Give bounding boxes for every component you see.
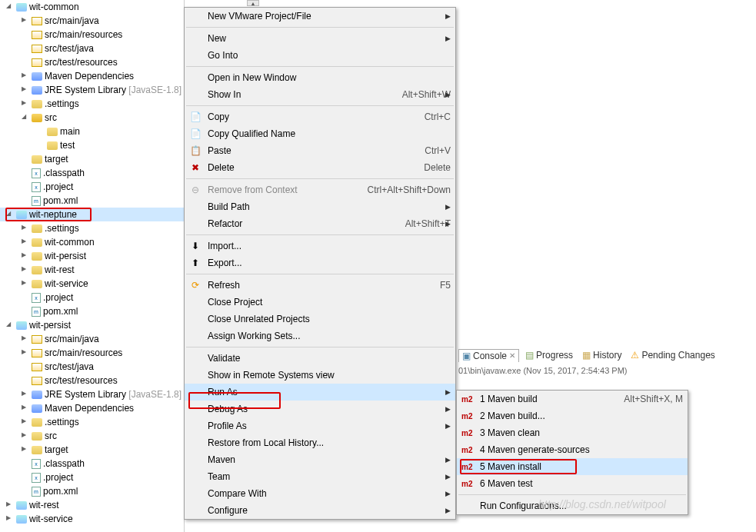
menu-export[interactable]: ⬆Export... [185,254,455,271]
tree-item[interactable]: wit-common [0,235,184,249]
folder-icon [32,418,42,427]
menu-restore-history[interactable]: Restore from Local History... [185,434,455,451]
submenu-run-configurations[interactable]: Run Configurations... [457,497,688,514]
import-icon: ⬇ [189,240,201,252]
submenu-arrow-icon: ▶ [445,456,451,464]
separator [186,234,454,235]
separator [186,178,454,179]
menu-configure[interactable]: Configure▶ [185,502,455,519]
menu-show-in[interactable]: Show InAlt+Shift+W▶ [185,86,455,103]
folder-icon [32,100,42,108]
menu-validate[interactable]: Validate [185,350,455,367]
tree-item[interactable]: wit-rest [0,263,184,277]
tree-item[interactable]: .settings [0,415,184,429]
submenu-maven-build[interactable]: m21 Maven buildAlt+Shift+X, M [457,391,688,407]
tree-item[interactable]: x.project [0,180,184,194]
tree-item[interactable]: target [0,443,184,457]
menu-copy-qualified[interactable]: 📄Copy Qualified Name [185,125,455,142]
run-as-submenu[interactable]: m21 Maven buildAlt+Shift+X, M m22 Maven … [456,390,688,515]
tree-item[interactable]: src/main/resources [0,346,184,360]
file-icon: x [32,293,41,303]
tree-item[interactable]: x.project [0,470,184,484]
menu-assign-working-sets[interactable]: Assign Working Sets... [185,328,455,344]
menu-build-path[interactable]: Build Path▶ [185,198,455,215]
menu-team[interactable]: Team▶ [185,468,455,485]
tab-console[interactable]: ▣Console✕ [458,349,519,362]
menu-refactor[interactable]: RefactorAlt+Shift+T▶ [185,215,455,232]
menu-close-project[interactable]: Close Project [185,294,455,311]
menu-delete[interactable]: ✖DeleteDelete [185,159,455,176]
library-icon [32,404,42,413]
tree-item[interactable]: x.project [0,291,184,304]
tree-item[interactable]: JRE System Library [JavaSE-1.8] [0,83,184,97]
tree-item[interactable]: wit-service [0,277,184,291]
tree-item[interactable]: src [0,429,184,443]
tree-item[interactable]: main [0,125,184,138]
project-explorer-tree[interactable]: wit-common src/main/java src/main/resour… [0,0,185,532]
tree-item[interactable]: mpom.xml [0,194,184,208]
tree-item[interactable]: Maven Dependencies [0,401,184,415]
tree-item[interactable]: target [0,152,184,166]
menu-refresh[interactable]: ⟳RefreshF5 [185,277,455,294]
tree-item[interactable]: src/test/java [0,360,184,374]
submenu-arrow-icon: ▶ [445,220,451,228]
context-menu[interactable]: New VMware Project/File▶ New▶ Go Into Op… [184,7,456,520]
menu-compare-with[interactable]: Compare With▶ [185,485,455,502]
separator [186,347,454,347]
submenu-maven-clean[interactable]: m23 Maven clean [457,424,688,441]
tree-item[interactable]: Maven Dependencies [0,69,184,83]
tree-item[interactable]: test [0,138,184,152]
submenu-maven-test[interactable]: m26 Maven test [457,475,688,492]
tree-item-wit-rest[interactable]: wit-rest [0,498,184,512]
submenu-maven-build-dots[interactable]: m22 Maven build... [457,407,688,424]
tree-item[interactable]: x.classpath [0,457,184,470]
menu-remove-context: ⊖Remove from ContextCtrl+Alt+Shift+Down [185,181,455,198]
menu-show-remote[interactable]: Show in Remote Systems view [185,367,455,384]
tree-item[interactable]: src/test/resources [0,55,184,69]
submenu-maven-install[interactable]: m25 Maven install [457,458,688,475]
tree-item[interactable]: src/test/java [0,42,184,55]
tree-item[interactable]: JRE System Library [JavaSE-1.8] [0,387,184,401]
tree-item[interactable]: mpom.xml [0,484,184,498]
tree-item[interactable]: x.classpath [0,166,184,180]
tree-item[interactable]: .settings [0,97,184,111]
close-icon[interactable]: ✕ [509,351,515,360]
tree-item-wit-service[interactable]: wit-service [0,512,184,526]
menu-open-new-window[interactable]: Open in New Window [185,69,455,86]
tree-item[interactable]: src/main/java [0,332,184,346]
folder-icon [32,266,42,274]
folder-icon [32,252,42,261]
menu-import[interactable]: ⬇Import... [185,238,455,254]
submenu-arrow-icon: ▶ [445,388,451,396]
submenu-maven-generate-sources[interactable]: m24 Maven generate-sources [457,441,688,458]
tree-item[interactable]: src [0,111,184,125]
menu-paste[interactable]: 📋PasteCtrl+V [185,142,455,159]
tree-item[interactable]: mpom.xml [0,304,184,318]
tree-item[interactable]: .settings [0,221,184,235]
tree-item-wit-neptune[interactable]: wit-neptune [0,208,184,221]
tree-item[interactable]: wit-persist [0,249,184,263]
separator [186,66,454,67]
tree-item[interactable]: src/test/resources [0,374,184,387]
tree-item[interactable]: src/main/java [0,14,184,28]
folder-icon [32,446,42,454]
separator [186,274,454,274]
menu-profile-as[interactable]: Profile As▶ [185,417,455,434]
tab-progress[interactable]: ▤Progress [522,349,576,361]
tree-item-wit-common[interactable]: wit-common [0,0,184,14]
menu-maven[interactable]: Maven▶ [185,451,455,468]
menu-run-as[interactable]: Run As▶ [185,384,455,401]
menu-close-unrelated[interactable]: Close Unrelated Projects [185,311,455,328]
separator [186,27,454,28]
scroll-up-arrow-icon[interactable]: ▲ [247,0,259,6]
tab-history[interactable]: ▦History [579,349,624,361]
menu-go-into[interactable]: Go Into [185,47,455,64]
tab-pending-changes[interactable]: ⚠Pending Changes [628,349,718,361]
package-icon [32,349,42,357]
tree-item-wit-persist[interactable]: wit-persist [0,318,184,332]
menu-copy[interactable]: 📄CopyCtrl+C [185,108,455,125]
menu-new-vmware[interactable]: New VMware Project/File▶ [185,8,455,25]
tree-item[interactable]: src/main/resources [0,28,184,42]
menu-debug-as[interactable]: Debug As▶ [185,401,455,417]
menu-new[interactable]: New▶ [185,30,455,47]
